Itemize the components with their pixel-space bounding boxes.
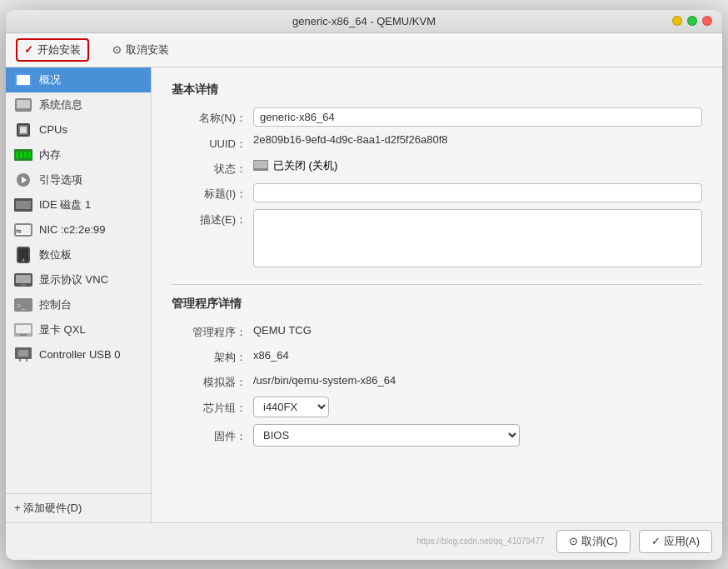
basic-section-title: 基本详情 [172, 82, 702, 97]
svg-rect-21 [21, 284, 26, 286]
sysinfo-icon [14, 97, 32, 112]
name-input[interactable] [253, 107, 702, 127]
title-label: 标题(I)： [172, 183, 247, 202]
sidebar-label-boot: 引导选项 [39, 172, 82, 187]
sidebar-item-cpu[interactable]: CPUs [6, 117, 151, 142]
sidebar-item-console[interactable]: >_ 控制台 [6, 292, 151, 317]
svg-text:⇆: ⇆ [16, 227, 22, 235]
status-icon [253, 160, 268, 171]
start-install-button[interactable]: ✓ 开始安装 [16, 38, 89, 62]
start-install-label: 开始安装 [37, 42, 81, 57]
apply-label: 应用(A) [664, 534, 700, 549]
desc-label: 描述(E)： [172, 209, 247, 227]
sidebar-item-boot[interactable]: 引导选项 [6, 167, 151, 192]
check-icon: ✓ [24, 43, 33, 56]
svg-rect-28 [18, 350, 28, 357]
svg-rect-25 [16, 325, 31, 333]
footer-note: https://blog.csdn.net/qq_41079477 [16, 537, 548, 546]
arch-label: 架构： [172, 347, 247, 365]
firmware-select-wrap: BIOS UEFI [253, 424, 702, 447]
vga-icon [14, 322, 32, 337]
maximize-button[interactable] [687, 16, 697, 26]
usb-icon [14, 347, 32, 362]
sidebar-item-vga[interactable]: 显卡 QXL [6, 317, 151, 342]
main-window: generic-x86_64 - QEMU/KVM ✓ 开始安装 ⊙ 取消安装 … [6, 10, 722, 560]
sidebar-label-console: 控制台 [39, 297, 72, 312]
ide-icon [14, 197, 32, 212]
main-content: 概况 系统信息 CPUs 内存 [6, 67, 722, 522]
vnc-icon [14, 272, 32, 287]
svg-rect-7 [16, 152, 18, 158]
section-divider [172, 284, 702, 285]
minimize-button[interactable] [672, 16, 682, 26]
sidebar-label-cpu: CPUs [39, 123, 67, 136]
console-icon: >_ [14, 297, 32, 312]
status-row: 已关闭 (关机) [253, 158, 702, 173]
hypervisor-label: 管理程序： [172, 322, 247, 340]
chipset-select-wrap: i440FX Q35 [253, 397, 702, 417]
svg-rect-10 [28, 152, 31, 158]
emulator-label: 模拟器： [172, 372, 247, 390]
arch-value: x86_64 [253, 349, 702, 362]
svg-rect-14 [16, 201, 31, 209]
svg-rect-5 [20, 127, 27, 133]
emulator-value: /usr/bin/qemu-system-x86_64 [253, 374, 702, 387]
status-value: 已关闭 (关机) [273, 158, 337, 173]
mgmt-details-form: 管理程序： QEMU TCG 架构： x86_64 模拟器： /usr/bin/… [172, 322, 702, 447]
overview-icon [14, 72, 32, 87]
desc-textarea[interactable] [253, 209, 702, 267]
nic-icon: ⇆ [14, 222, 32, 237]
toolbar: ✓ 开始安装 ⊙ 取消安装 [6, 33, 722, 67]
firmware-select[interactable]: BIOS UEFI [253, 424, 520, 447]
sidebar-label-usb: Controller USB 0 [39, 348, 121, 361]
chipset-select[interactable]: i440FX Q35 [253, 397, 329, 417]
apply-button[interactable]: ✓ 应用(A) [639, 530, 712, 553]
add-hardware-label: + 添加硬件(D) [14, 501, 82, 516]
chipset-label: 芯片组： [172, 397, 247, 416]
sidebar-label-vnc: 显示协议 VNC [39, 272, 108, 287]
sidebar-label-nic: NIC :c2:2e:99 [39, 223, 106, 236]
basic-details-form: 名称(N)： UUID： 2e809b16-9efd-4d9c-8aa1-d2f… [172, 107, 702, 267]
cancel-button[interactable]: ⊙ 取消(C) [556, 530, 631, 553]
cancel-label: 取消(C) [581, 534, 618, 549]
sidebar-item-usb[interactable]: Controller USB 0 [6, 342, 151, 367]
svg-rect-1 [17, 75, 30, 85]
title-input[interactable] [253, 183, 702, 202]
sidebar-item-sysinfo[interactable]: 系统信息 [6, 92, 151, 117]
sidebar-label-sysinfo: 系统信息 [39, 97, 82, 112]
sidebar-item-overview[interactable]: 概况 [6, 67, 151, 92]
svg-rect-8 [20, 152, 22, 158]
tablet-icon [14, 247, 32, 262]
svg-rect-26 [20, 334, 27, 336]
cpu-icon [14, 122, 32, 137]
close-button[interactable] [702, 16, 712, 26]
svg-point-18 [22, 258, 25, 261]
sidebar: 概况 系统信息 CPUs 内存 [6, 67, 152, 522]
svg-rect-9 [24, 152, 27, 158]
cancel-install-button[interactable]: ⊙ 取消安装 [106, 40, 176, 60]
cancel-install-label: 取消安装 [126, 42, 169, 57]
svg-rect-30 [254, 161, 267, 168]
sidebar-item-ide[interactable]: IDE 磁盘 1 [6, 192, 151, 217]
apply-check-icon: ✓ [651, 535, 661, 547]
sidebar-label-tablet: 数位板 [39, 247, 72, 262]
mem-icon [14, 147, 32, 162]
sidebar-label-ide: IDE 磁盘 1 [39, 197, 91, 212]
status-label: 状态： [172, 158, 247, 177]
window-title: generic-x86_64 - QEMU/KVM [292, 15, 436, 27]
sidebar-item-nic[interactable]: ⇆ NIC :c2:2e:99 [6, 217, 151, 242]
sidebar-item-tablet[interactable]: 数位板 [6, 242, 151, 267]
add-hardware-button[interactable]: + 添加硬件(D) [6, 493, 151, 522]
firmware-label: 固件： [172, 426, 247, 444]
sidebar-item-mem[interactable]: 内存 [6, 142, 151, 167]
sidebar-label-mem: 内存 [39, 147, 61, 162]
svg-text:>_: >_ [17, 302, 26, 310]
uuid-label: UUID： [172, 133, 247, 152]
titlebar: generic-x86_64 - QEMU/KVM [6, 10, 722, 33]
sidebar-item-vnc[interactable]: 显示协议 VNC [6, 267, 151, 292]
svg-rect-20 [16, 275, 31, 283]
hypervisor-value: QEMU TCG [253, 324, 702, 337]
footer: https://blog.csdn.net/qq_41079477 ⊙ 取消(C… [6, 522, 722, 560]
window-controls [672, 16, 712, 26]
mgmt-section-title: 管理程序详情 [172, 297, 702, 312]
